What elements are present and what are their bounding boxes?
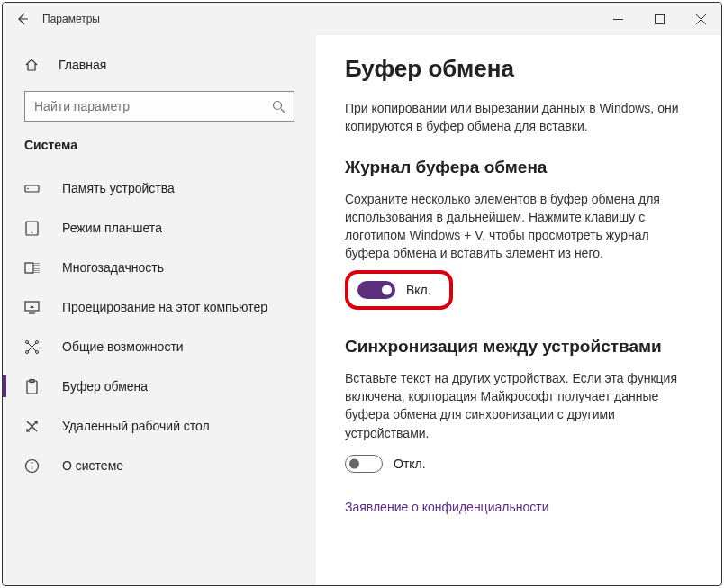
minimize-icon <box>613 14 623 24</box>
svg-point-15 <box>32 462 33 464</box>
svg-point-3 <box>27 187 29 189</box>
sync-toggle[interactable] <box>345 455 383 473</box>
back-button[interactable] <box>3 3 42 35</box>
window-title: Параметры <box>42 13 597 25</box>
toggle-label: Откл. <box>394 457 426 471</box>
clipboard-icon <box>24 379 46 394</box>
sidebar-item-label: Буфер обмена <box>62 379 148 394</box>
sidebar-item-multitasking[interactable]: Многозадачность <box>3 248 316 287</box>
sidebar-item-remote-desktop[interactable]: Удаленный рабочий стол <box>3 406 316 446</box>
storage-icon <box>24 181 46 196</box>
clipboard-history-toggle[interactable] <box>357 281 395 299</box>
sidebar-item-storage[interactable]: Память устройства <box>3 168 316 208</box>
svg-point-5 <box>32 231 33 233</box>
sidebar-item-projecting[interactable]: Проецирование на этот компьютер <box>3 287 316 327</box>
sidebar-item-label: О системе <box>62 458 123 473</box>
minimize-button[interactable] <box>597 3 638 35</box>
content-area: Буфер обмена При копировании или вырезан… <box>316 35 721 585</box>
sidebar-item-label: Общие возможности <box>62 339 184 354</box>
toggle-label: Вкл. <box>406 283 431 297</box>
settings-window: Параметры Главная <box>2 2 722 586</box>
privacy-link[interactable]: Заявление о конфиденциальности <box>345 500 692 514</box>
page-title: Буфер обмена <box>345 55 692 83</box>
titlebar: Параметры <box>3 3 721 35</box>
svg-rect-12 <box>27 381 37 394</box>
multitasking-icon <box>24 260 46 276</box>
toggle-knob <box>382 285 392 294</box>
sidebar-item-label: Многозадачность <box>62 260 164 275</box>
sidebar-item-label: Память устройства <box>62 181 175 195</box>
nav-list: Память устройства Режим планшета Многоза… <box>3 168 316 585</box>
search-box[interactable] <box>24 91 294 122</box>
window-body: Главная Система Память устройства Режим … <box>3 35 721 585</box>
sync-toggle-row: Откл. <box>345 455 692 473</box>
close-button[interactable] <box>680 3 721 35</box>
svg-rect-6 <box>25 263 33 273</box>
toggle-knob <box>349 458 359 468</box>
maximize-icon <box>655 14 665 24</box>
search-input[interactable] <box>25 99 263 113</box>
shared-icon <box>24 339 46 355</box>
window-controls <box>597 3 721 35</box>
svg-point-1 <box>273 101 281 109</box>
home-icon <box>24 58 46 72</box>
home-item[interactable]: Главная <box>3 48 316 82</box>
maximize-button[interactable] <box>638 3 680 35</box>
svg-rect-0 <box>655 14 664 23</box>
sidebar-item-tablet[interactable]: Режим планшета <box>3 208 316 248</box>
sync-title: Синхронизация между устройствами <box>345 337 692 357</box>
sidebar-item-label: Проецирование на этот компьютер <box>62 300 267 314</box>
projecting-icon <box>24 300 46 315</box>
tablet-icon <box>24 221 46 236</box>
info-icon <box>24 458 46 474</box>
sidebar-item-shared[interactable]: Общие возможности <box>3 327 316 366</box>
highlight-annotation: Вкл. <box>345 270 453 310</box>
clipboard-history-desc: Сохраните несколько элементов в буфер об… <box>345 190 692 263</box>
sidebar-item-about[interactable]: О системе <box>3 446 316 485</box>
sidebar-item-label: Удаленный рабочий стол <box>62 419 210 433</box>
sidebar-item-clipboard[interactable]: Буфер обмена <box>3 366 316 406</box>
home-label: Главная <box>59 58 106 72</box>
intro-text: При копировании или вырезании данных в W… <box>345 99 692 136</box>
remote-desktop-icon <box>24 419 46 434</box>
close-icon <box>696 14 706 24</box>
clipboard-history-title: Журнал буфера обмена <box>345 158 692 177</box>
nav-section-header: Система <box>3 138 316 168</box>
search-icon <box>263 100 294 113</box>
sidebar: Главная Система Память устройства Режим … <box>3 35 316 585</box>
sync-desc: Вставьте текст на других устройствах. Ес… <box>345 369 692 442</box>
sidebar-item-label: Режим планшета <box>62 221 162 235</box>
arrow-left-icon <box>15 12 30 26</box>
